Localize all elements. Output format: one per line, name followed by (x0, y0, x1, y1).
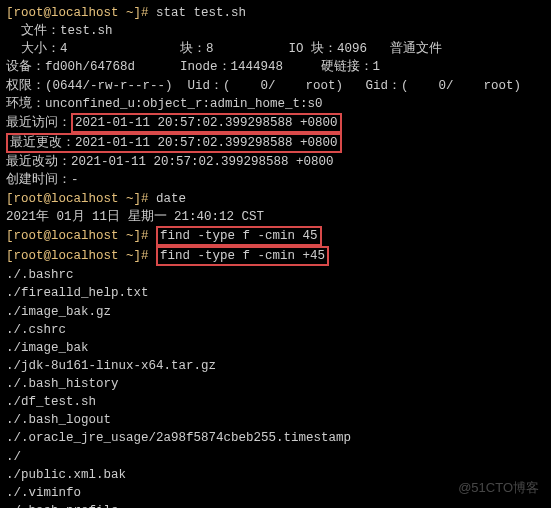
command-text: date (156, 192, 186, 206)
prompt: [root@localhost ~]# (6, 6, 156, 20)
stat-file: 文件：test.sh (6, 22, 545, 40)
list-item: ./.bash_history (6, 375, 545, 393)
list-item: ./.bashrc (6, 266, 545, 284)
list-item: ./.oracle_jre_usage/2a98f5874cbeb255.tim… (6, 429, 545, 447)
list-item: ./.bash_logout (6, 411, 545, 429)
highlight-atime: 2021-01-11 20:57:02.399298588 +0800 (71, 113, 342, 133)
terminal-line[interactable]: [root@localhost ~]# find -type f -cmin +… (6, 246, 545, 266)
date-output: 2021年 01月 11日 星期一 21:40:12 CST (6, 208, 545, 226)
list-item: ./image_bak (6, 339, 545, 357)
highlight-mtime: 最近更改：2021-01-11 20:57:02.399298588 +0800 (6, 133, 342, 153)
highlight-find1: find -type f -cmin 45 (156, 226, 322, 246)
list-item: ./df_test.sh (6, 393, 545, 411)
list-item: ./image_bak.gz (6, 303, 545, 321)
prompt: [root@localhost ~]# (6, 192, 156, 206)
stat-birth: 创建时间：- (6, 171, 545, 189)
terminal-line[interactable]: [root@localhost ~]# stat test.sh (6, 4, 545, 22)
terminal-line[interactable]: [root@localhost ~]# find -type f -cmin 4… (6, 226, 545, 246)
stat-atime: 最近访问：2021-01-11 20:57:02.399298588 +0800 (6, 113, 545, 133)
list-item: ./firealld_help.txt (6, 284, 545, 302)
stat-mtime: 最近更改：2021-01-11 20:57:02.399298588 +0800 (6, 133, 545, 153)
highlight-find2: find -type f -cmin +45 (156, 246, 329, 266)
terminal-line[interactable]: [root@localhost ~]# date (6, 190, 545, 208)
list-item: ./jdk-8u161-linux-x64.tar.gz (6, 357, 545, 375)
stat-ctime: 最近改动：2021-01-11 20:57:02.399298588 +0800 (6, 153, 545, 171)
stat-perm: 权限：(0644/-rw-r--r--) Uid：( 0/ root) Gid：… (6, 77, 545, 95)
prompt: [root@localhost ~]# (6, 249, 156, 263)
prompt: [root@localhost ~]# (6, 229, 156, 243)
stat-size: 大小：4 块：8 IO 块：4096 普通文件 (6, 40, 545, 58)
stat-env: 环境：unconfined_u:object_r:admin_home_t:s0 (6, 95, 545, 113)
command-text: stat test.sh (156, 6, 246, 20)
list-item: ./.bash_profile (6, 502, 545, 508)
watermark: @51CTO博客 (458, 479, 539, 498)
list-item: ./ (6, 448, 545, 466)
list-item: ./.cshrc (6, 321, 545, 339)
stat-device: 设备：fd00h/64768d Inode：1444948 硬链接：1 (6, 58, 545, 76)
